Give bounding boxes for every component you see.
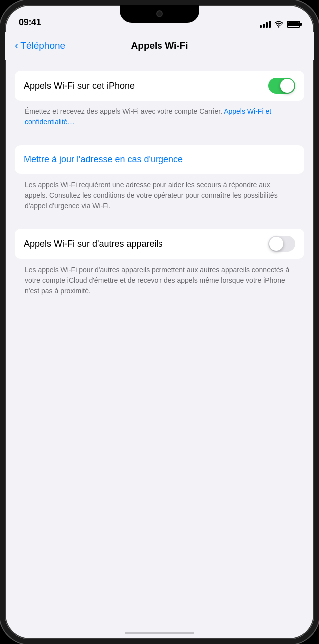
- wifi-other-toggle[interactable]: [268, 236, 295, 252]
- back-button[interactable]: ‹ Téléphone: [15, 40, 65, 51]
- wifi-iphone-helper: Émettez et recevez des appels Wi-Fi avec…: [15, 105, 304, 135]
- back-label: Téléphone: [20, 40, 65, 51]
- phone-frame: 09:41 ‹ Téléphone Appels Wi-Fi: [0, 0, 319, 644]
- wifi-icon: [274, 21, 283, 28]
- toggle-thumb: [280, 79, 294, 93]
- wifi-other-row: Appels Wi-Fi sur d'autres appareils: [15, 229, 304, 259]
- notch: [120, 5, 199, 23]
- update-address-card: Mettre à jour l'adresse en cas d'urgence: [15, 145, 304, 174]
- status-icons: [260, 21, 300, 28]
- nav-bar: ‹ Téléphone Appels Wi-Fi: [5, 32, 314, 60]
- wifi-iphone-card: Appels Wi-Fi sur cet iPhone: [15, 71, 304, 101]
- wifi-iphone-row: Appels Wi-Fi sur cet iPhone: [15, 71, 304, 101]
- update-address-row[interactable]: Mettre à jour l'adresse en cas d'urgence: [15, 145, 304, 174]
- gap2: [15, 219, 304, 229]
- signal-icon: [260, 21, 271, 28]
- wifi-other-label: Appels Wi-Fi sur d'autres appareils: [24, 239, 268, 249]
- camera-dot: [156, 10, 163, 17]
- wifi-iphone-label: Appels Wi-Fi sur cet iPhone: [24, 81, 268, 91]
- wifi-other-card: Appels Wi-Fi sur d'autres appareils: [15, 229, 304, 259]
- update-address-link[interactable]: Mettre à jour l'adresse en cas d'urgence: [24, 154, 183, 164]
- update-address-helper: Les appels Wi-Fi requièrent une adresse …: [15, 178, 304, 219]
- section-wifi-iphone: Appels Wi-Fi sur cet iPhone Émettez et r…: [15, 71, 304, 135]
- chevron-left-icon: ‹: [15, 40, 18, 51]
- page-title: Appels Wi-Fi: [131, 40, 188, 51]
- content-area: Appels Wi-Fi sur cet iPhone Émettez et r…: [5, 60, 314, 639]
- battery-icon: [287, 21, 300, 28]
- wifi-iphone-toggle[interactable]: [268, 78, 295, 94]
- home-indicator: [125, 632, 194, 634]
- wifi-other-helper: Les appels Wi-Fi pour d'autres appareils…: [15, 263, 304, 304]
- gap1: [15, 135, 304, 145]
- toggle-thumb-other: [269, 237, 283, 251]
- status-time: 09:41: [19, 17, 41, 28]
